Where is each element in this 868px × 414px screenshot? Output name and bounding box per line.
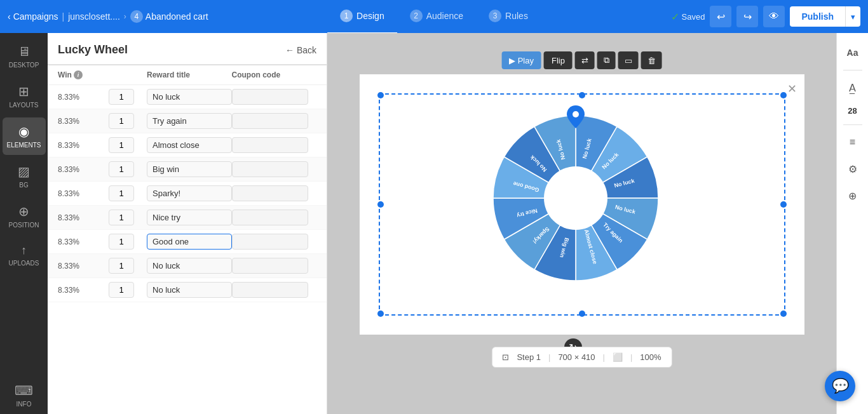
flip-button[interactable]: Flip <box>544 51 573 69</box>
font-button[interactable]: Aa <box>841 41 865 65</box>
table-body: 8.33% 8.33% 8.33% 8.33% <box>48 85 327 414</box>
play-button[interactable]: ▶ Play <box>501 51 541 69</box>
reward-input[interactable] <box>147 113 232 129</box>
publish-button[interactable]: Publish <box>790 6 845 27</box>
sidebar-item-desktop[interactable]: 🖥 DESKTOP <box>3 38 46 75</box>
reward-input[interactable] <box>147 210 232 225</box>
table-row: 8.33% <box>48 254 327 278</box>
saved-label: Saved <box>682 12 705 22</box>
elements-icon: ◉ <box>18 124 29 139</box>
lucky-wheel-panel: Lucky Wheel ← Back Win i Reward title Co… <box>48 33 327 414</box>
sidebar-item-position[interactable]: ⊕ POSITION <box>3 197 46 235</box>
table-header: Win i Reward title Coupon code <box>48 65 327 85</box>
handle-top-center[interactable] <box>579 92 585 98</box>
win-num-input[interactable] <box>109 185 134 201</box>
position-icon: ⊕ <box>18 204 29 219</box>
handle-bot-left[interactable] <box>377 310 384 317</box>
sidebar-label-position: POSITION <box>9 222 39 229</box>
panel-title: Lucky Wheel <box>58 43 128 57</box>
desktop-icon: 🖥 <box>18 44 31 59</box>
lucky-wheel[interactable]: No luck No luck No luck No luck Try agai… <box>480 103 684 306</box>
sidebar-item-info[interactable]: ⌨ INFO <box>3 377 46 414</box>
tab-design[interactable]: 1 Design <box>327 0 397 34</box>
preview-button[interactable]: 👁 <box>763 6 785 27</box>
sidebar-item-uploads[interactable]: ↑ UPLOADS <box>3 237 46 273</box>
accessibility-button[interactable]: ⊕ <box>841 184 865 208</box>
win-num-input[interactable] <box>109 210 134 225</box>
canvas-white: ✕ <box>360 74 804 335</box>
table-row: 8.33% <box>48 157 327 182</box>
coupon-input[interactable] <box>232 234 308 250</box>
back-to-campaigns[interactable]: ‹ Campaigns <box>8 11 58 22</box>
handle-bot-center[interactable] <box>579 310 585 317</box>
undo-button[interactable]: ↩ <box>710 6 731 27</box>
settings-button[interactable]: ⚙ <box>841 157 865 181</box>
coupon-input[interactable] <box>232 89 308 105</box>
panel-header: Lucky Wheel ← Back <box>48 33 327 65</box>
col-coupon: Coupon code <box>232 70 317 79</box>
reward-input[interactable] <box>147 185 232 201</box>
win-num-input[interactable] <box>109 113 134 129</box>
wheel-svg: No luck No luck No luck No luck Try agai… <box>480 103 671 293</box>
redo-button[interactable]: ↪ <box>736 6 758 27</box>
reward-input[interactable] <box>147 258 232 274</box>
close-button[interactable]: ✕ <box>787 82 797 96</box>
win-num-input[interactable] <box>109 89 134 105</box>
handle-mid-left[interactable] <box>377 201 384 208</box>
element-toolbar: ▶ Play Flip ⇄ ⧉ ▭ 🗑 <box>501 51 662 69</box>
sidebar-label-uploads: UPLOADS <box>9 260 39 267</box>
align-button[interactable]: ≡ <box>841 130 865 154</box>
win-num-input[interactable] <box>109 282 134 298</box>
coupon-input[interactable] <box>232 258 308 274</box>
sidebar-item-layouts[interactable]: ⊞ LAYOUTS <box>3 77 46 115</box>
sidebar-label-layouts: LAYOUTS <box>10 102 39 109</box>
icon-sidebar: 🖥 DESKTOP ⊞ LAYOUTS ◉ ELEMENTS ▨ BG ⊕ PO… <box>0 33 48 414</box>
coupon-input[interactable] <box>232 282 308 298</box>
topbar: ‹ Campaigns | junsclosett.... › 4 Abando… <box>0 0 868 33</box>
underline-button[interactable]: A̲ <box>841 76 865 100</box>
screen-icon: ⬜ <box>613 352 623 362</box>
step-badge: 4 Abandoned cart <box>130 10 208 23</box>
coupon-input[interactable] <box>232 137 308 153</box>
coupon-input[interactable] <box>232 185 308 201</box>
main-area: 🖥 DESKTOP ⊞ LAYOUTS ◉ ELEMENTS ▨ BG ⊕ PO… <box>0 33 868 414</box>
delete-button[interactable]: 🗑 <box>641 51 662 69</box>
saved-checkmark-icon: ✓ <box>671 11 679 23</box>
flip-direction-button[interactable]: ⇄ <box>575 51 595 69</box>
text-button[interactable]: ▭ <box>618 51 639 69</box>
svg-point-13 <box>573 111 579 117</box>
coupon-input[interactable] <box>232 161 308 177</box>
reward-input-active[interactable] <box>147 234 232 250</box>
handle-top-left[interactable] <box>377 92 384 98</box>
win-num-input[interactable] <box>109 258 134 274</box>
sidebar-label-bg: BG <box>19 182 28 189</box>
sidebar-item-elements[interactable]: ◉ ELEMENTS <box>3 117 46 155</box>
chat-bubble[interactable]: 💬 <box>825 371 855 401</box>
publish-dropdown-button[interactable]: ▾ <box>845 6 860 27</box>
layer-button[interactable]: ⧉ <box>597 51 616 69</box>
win-num-input[interactable] <box>109 137 134 153</box>
sidebar-label-info: INFO <box>17 401 32 408</box>
tab-rules[interactable]: 3 Rules <box>476 0 541 34</box>
coupon-input[interactable] <box>232 113 308 129</box>
campaigns-label: Campaigns <box>13 11 58 22</box>
reward-input[interactable] <box>147 161 232 177</box>
win-num-input[interactable] <box>109 161 134 177</box>
reward-input[interactable] <box>147 89 232 105</box>
table-row: 8.33% <box>48 278 327 302</box>
win-num-input[interactable] <box>109 234 134 250</box>
handle-mid-right[interactable] <box>780 201 787 208</box>
right-toolbar: Aa A̲ 28 ≡ ⚙ ⊕ <box>836 33 868 414</box>
panel-back-button[interactable]: ← Back <box>285 45 316 55</box>
topbar-right: ✓ Saved ↩ ↪ 👁 Publish ▾ <box>671 6 860 27</box>
saved-badge: ✓ Saved <box>671 11 705 23</box>
handle-bot-right[interactable] <box>780 310 787 317</box>
sidebar-item-bg[interactable]: ▨ BG <box>3 157 46 195</box>
coupon-input[interactable] <box>232 210 308 225</box>
handle-top-right[interactable] <box>780 92 787 98</box>
tab-audience[interactable]: 2 Audience <box>397 0 476 34</box>
reward-input[interactable] <box>147 137 232 153</box>
zoom-level: 100% <box>640 352 661 362</box>
back-arrow-icon: ← <box>285 45 294 55</box>
reward-input[interactable] <box>147 282 232 298</box>
